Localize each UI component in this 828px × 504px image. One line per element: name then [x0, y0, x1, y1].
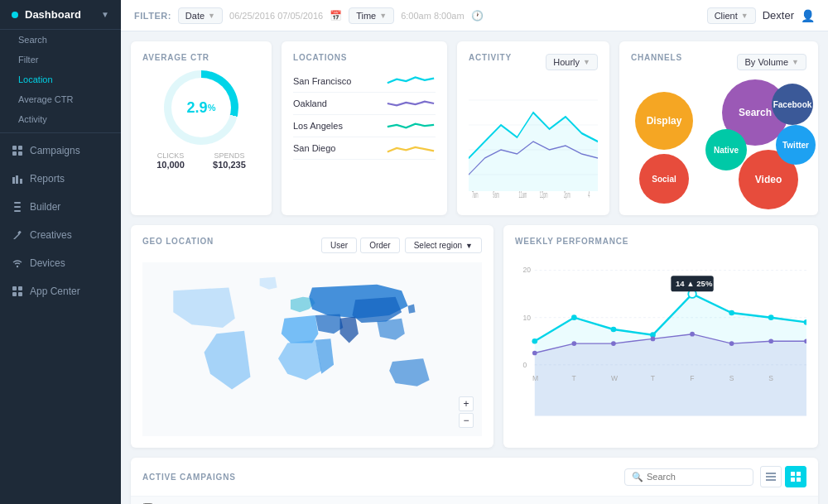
location-name: Los Angeles: [293, 121, 343, 131]
geo-btn-group: User Order: [321, 238, 400, 253]
location-item: Los Angeles: [293, 115, 436, 137]
svg-rect-3: [18, 151, 22, 156]
svg-text:T: T: [571, 374, 576, 382]
locations-list: San Francisco Oakland Los Angeles San Di…: [293, 70, 436, 160]
sidebar-app-center[interactable]: App Center: [0, 277, 121, 305]
svg-rect-5: [16, 175, 18, 184]
ctr-clicks-stat: Clicks 10,000: [156, 151, 185, 170]
zoom-out-btn[interactable]: −: [459, 413, 474, 428]
sidebar-campaigns-label: Campaigns: [30, 145, 80, 156]
location-item: Oakland: [293, 93, 436, 115]
filter-label: FILTER:: [134, 11, 171, 21]
calendar-icon: 📅: [330, 10, 342, 22]
channels-filter-label: By Volume: [744, 57, 788, 67]
sidebar: Dashboard ▼ Search Filter Location Avera…: [0, 0, 121, 504]
channels-chevron-icon: ▼: [792, 58, 799, 66]
svg-point-42: [768, 314, 774, 320]
svg-text:S: S: [768, 374, 773, 382]
tool-icon: [12, 201, 23, 213]
geo-panel: GEO LOCATION User Order Select region ▼: [131, 225, 493, 448]
sidebar-logo-dot: [12, 12, 18, 18]
sidebar-sub-activity[interactable]: Activity: [0, 109, 121, 129]
svg-marker-27: [469, 113, 598, 191]
ctr-spends-label: Spends: [213, 151, 246, 160]
svg-rect-9: [14, 210, 21, 212]
bottom-row: GEO LOCATION User Order Select region ▼: [131, 225, 818, 448]
avg-ctr-panel: AVERAGE CTR 2.9% Clicks 10,000 Spends: [131, 41, 272, 215]
sidebar-sub-avg-ctr[interactable]: Average CTR: [0, 89, 121, 109]
date-label: Date: [185, 11, 205, 21]
sidebar-sub-location[interactable]: Location: [0, 70, 121, 89]
zoom-controls: + −: [459, 396, 474, 428]
sidebar-devices-label: Devices: [30, 257, 65, 269]
svg-text:10: 10: [523, 314, 532, 322]
geo-order-btn[interactable]: Order: [360, 238, 400, 253]
location-item: San Francisco: [293, 70, 436, 93]
channels-panel: CHANNELS By Volume ▼ DisplaySearchSocial…: [619, 41, 818, 215]
sidebar-sub-filter[interactable]: Filter: [0, 50, 121, 70]
sidebar-sub-search[interactable]: Search: [0, 30, 121, 50]
geo-user-btn[interactable]: User: [321, 238, 357, 253]
ctr-stats: Clicks 10,000 Spends $10,235: [142, 151, 260, 170]
sidebar-title: Dashboard: [25, 8, 81, 21]
svg-rect-1: [18, 146, 22, 150]
location-name: San Francisco: [293, 76, 351, 86]
sidebar-campaigns[interactable]: Campaigns: [0, 137, 121, 165]
time-chevron-icon: ▼: [379, 12, 387, 20]
campaigns-search[interactable]: 🔍: [624, 468, 753, 486]
svg-point-48: [690, 332, 695, 337]
bubble-social: Social: [639, 154, 689, 204]
bar-chart-icon: [12, 173, 23, 185]
campaigns-search-input[interactable]: [647, 472, 746, 482]
svg-rect-6: [20, 179, 22, 184]
channels-filter[interactable]: By Volume ▼: [737, 54, 806, 70]
svg-rect-15: [12, 292, 17, 296]
zoom-in-btn[interactable]: +: [459, 396, 474, 411]
svg-rect-66: [791, 478, 795, 482]
svg-point-45: [571, 341, 576, 346]
client-label: Client: [715, 11, 738, 21]
date-filter[interactable]: Date ▼: [178, 7, 223, 24]
table-list-view-btn[interactable]: [760, 466, 782, 487]
activity-filter[interactable]: Hourly ▼: [546, 54, 598, 70]
location-name: San Diego: [293, 143, 335, 153]
clock-icon: 🕐: [471, 10, 484, 22]
world-map: + −: [142, 262, 482, 436]
location-name: Oakland: [293, 98, 327, 108]
svg-rect-7: [14, 202, 21, 204]
client-filter[interactable]: Client ▼: [707, 7, 756, 24]
ctr-clicks-label: Clicks: [156, 151, 185, 160]
sidebar-devices[interactable]: Devices: [0, 249, 121, 277]
svg-text:11am: 11am: [518, 190, 527, 199]
sidebar-reports[interactable]: Reports: [0, 165, 121, 193]
locations-panel: LOCATIONS San Francisco Oakland Los Ange…: [282, 41, 447, 215]
sidebar-builder[interactable]: Builder: [0, 193, 121, 221]
svg-rect-61: [766, 473, 776, 474]
sidebar-creatives[interactable]: Creatives: [0, 221, 121, 249]
date-range-text: 06/25/2016 07/05/2016: [229, 11, 323, 21]
time-filter[interactable]: Time ▼: [349, 7, 394, 24]
geo-region-chevron-icon: ▼: [465, 242, 473, 250]
table-view-actions: [760, 466, 806, 487]
channels-header: CHANNELS By Volume ▼: [631, 53, 806, 70]
sidebar-header: Dashboard ▼: [0, 0, 121, 30]
geo-region-select[interactable]: Select region ▼: [405, 238, 482, 253]
bubbles-container: DisplaySearchSocialNativeVideoFacebookTw…: [631, 75, 806, 208]
svg-rect-2: [12, 151, 17, 156]
locations-title: LOCATIONS: [293, 53, 436, 62]
svg-point-49: [729, 341, 734, 346]
top-row: AVERAGE CTR 2.9% Clicks 10,000 Spends: [131, 41, 818, 215]
weekly-title: WEEKLY PERFORMANCE: [515, 237, 806, 246]
svg-point-12: [17, 266, 18, 267]
svg-text:M: M: [532, 374, 538, 382]
sidebar-collapse-icon[interactable]: ▼: [101, 10, 109, 19]
client-section: Client ▼ Dexter 👤: [707, 7, 815, 24]
weekly-chart: 20 10 0: [515, 254, 806, 436]
activity-panel: ACTIVITY Hourly ▼ 7am 9: [457, 41, 609, 215]
table-grid-view-btn[interactable]: [785, 466, 806, 487]
avg-ctr-title: AVERAGE CTR: [142, 53, 260, 62]
svg-text:9am: 9am: [493, 190, 499, 199]
svg-text:S: S: [729, 374, 734, 382]
ctr-clicks-value: 10,000: [156, 160, 185, 170]
svg-text:2pm: 2pm: [564, 190, 570, 199]
